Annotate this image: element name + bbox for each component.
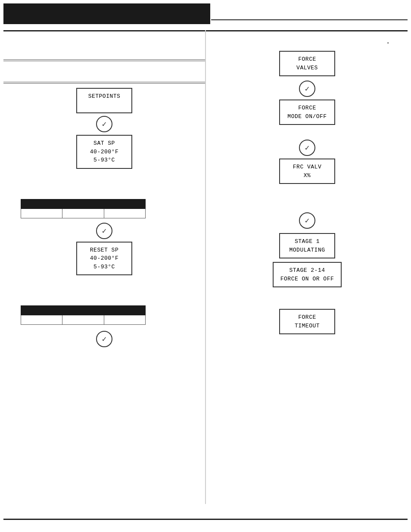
data-table-1 [21,199,146,218]
table1-d2 [62,208,104,218]
left-column: SETPOINTS . ✓ SAT SP 40-200°F 5-93°C [3,30,205,350]
check-icon-r1[interactable]: ✓ [299,81,315,97]
force-valves-line1: FORCE [298,56,316,62]
sat-sp-line3: 5-93°C [93,157,115,163]
force-mode-box: FORCE MODE ON/OFF [279,100,335,125]
force-valves-section: FORCE VALVES ✓ FORCE MODE ON/OFF ✓ FRC V… [207,51,408,334]
stage2-box: STAGE 2-14 FORCE ON OR OFF [273,262,342,287]
setpoints-box: SETPOINTS . [76,88,132,113]
sat-sp-box: SAT SP 40-200°F 5-93°C [76,135,132,169]
divider-2b [3,83,205,84]
table2-data-row [21,315,146,325]
table1-header-row [21,199,146,208]
stage1-line1: STAGE 1 [295,238,320,245]
check-symbol-2: ✓ [102,226,107,236]
reset-sp-line1: RESET SP [90,247,118,253]
table2-header-row [21,306,146,315]
table1-data-row [21,208,146,218]
sat-sp-line1: SAT SP [93,140,115,146]
top-right-line [211,19,408,20]
check-symbol-1: ✓ [102,119,107,129]
force-mode-line1: FORCE [298,105,316,111]
dot-decoration: · [207,39,408,47]
reset-sp-line3: 5-93°C [93,264,115,270]
check-icon-2[interactable]: ✓ [96,223,112,239]
stage1-box: STAGE 1 MODULATING [279,233,335,258]
reset-sp-line2: 40-200°F [90,255,118,261]
main-divider-bottom [3,519,408,520]
check-3-section: ✓ [3,328,205,350]
divider-2a [3,82,205,82]
check-icon-r3[interactable]: ✓ [299,212,315,229]
table2-h3 [104,306,145,315]
check-symbol-3: ✓ [102,334,107,344]
force-valves-box: FORCE VALVES [279,51,335,76]
table1-d1 [21,208,62,218]
data-table-2 [21,305,146,325]
table2-d1 [21,315,62,325]
stage2-line2: FORCE ON OR OFF [280,276,334,282]
frc-valv-line1: FRC VALV [293,164,321,170]
setpoints-label: SETPOINTS [88,93,121,100]
table2-d3 [104,315,145,325]
force-valves-line2: VALVES [296,65,318,71]
force-timeout-line1: FORCE [298,314,316,320]
stage2-line1: STAGE 2-14 [289,267,325,274]
force-timeout-line2: TIMEOUT [295,323,320,329]
check-icon-3[interactable]: ✓ [96,331,112,347]
check-icon-r2[interactable]: ✓ [299,140,315,156]
table2-h2 [62,306,104,315]
table2-d2 [62,315,104,325]
check-symbol-r1: ✓ [305,84,310,93]
vertical-divider [205,30,206,504]
check-icon-1[interactable]: ✓ [96,116,112,132]
table1-h1 [21,199,62,208]
table2-h1 [21,306,62,315]
check-symbol-r2: ✓ [305,143,310,152]
reset-sp-box: RESET SP 40-200°F 5-93°C [76,242,132,276]
check-symbol-r3: ✓ [305,216,310,225]
divider-1b [3,61,205,61]
stage1-line2: MODULATING [289,247,325,253]
frc-valv-box: FRC VALV X% [279,159,335,184]
table1-h3 [104,199,145,208]
reset-sp-section: ✓ RESET SP 40-200°F 5-93°C [3,220,205,276]
page-container: SETPOINTS . ✓ SAT SP 40-200°F 5-93°C [0,0,411,532]
right-column: · FORCE VALVES ✓ FORCE MODE ON/OFF ✓ FRC… [207,30,408,334]
divider-1a [3,59,205,60]
force-mode-line2: MODE ON/OFF [287,113,327,120]
table1-h2 [62,199,104,208]
force-timeout-box: FORCE TIMEOUT [279,309,335,334]
sat-sp-line2: 40-200°F [90,149,118,155]
setpoints-section: SETPOINTS . ✓ SAT SP 40-200°F 5-93°C [3,88,205,169]
table1-d3 [104,208,145,218]
top-bar [3,3,210,24]
frc-valv-line2: X% [304,172,311,179]
